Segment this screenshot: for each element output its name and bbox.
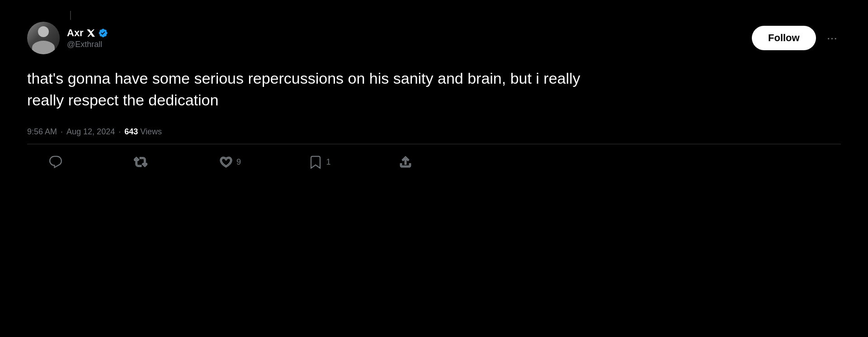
bookmark-button[interactable]: 1 [305, 152, 334, 172]
follow-button[interactable]: Follow [752, 26, 816, 50]
heart-icon [219, 155, 233, 169]
like-count: 9 [236, 157, 241, 167]
retweet-button[interactable] [130, 152, 155, 172]
bookmark-icon [309, 155, 322, 169]
retweet-icon [134, 155, 147, 169]
avatar-wrapper[interactable] [27, 22, 60, 54]
user-handle[interactable]: @Exthrall [67, 40, 108, 49]
reply-button[interactable] [45, 152, 70, 172]
thread-line [70, 11, 71, 20]
share-button[interactable] [395, 152, 416, 172]
verified-badge-icon [98, 28, 108, 38]
tweet-meta: 9:56 AM · Aug 12, 2024 · 643 Views [27, 120, 841, 144]
tweet-header-left: Axr @Exthrall [27, 22, 108, 54]
twitter-bird-icon [86, 28, 95, 38]
tweet-header: Axr @Exthrall [27, 22, 841, 54]
like-button[interactable]: 9 [216, 152, 245, 172]
reply-icon [49, 155, 62, 169]
user-display-name[interactable]: Axr [67, 27, 84, 39]
tweet-timestamp: 9:56 AM [27, 127, 57, 137]
user-info: Axr @Exthrall [67, 27, 108, 49]
tweet-text: that's gonna have some serious repercuss… [27, 68, 615, 111]
user-name-row: Axr [67, 27, 108, 39]
header-right: Follow ··· [752, 26, 841, 50]
tweet-body: that's gonna have some serious repercuss… [27, 63, 841, 120]
tweet-views-count: 643 [124, 127, 138, 136]
tweet-views-text: Views [140, 127, 162, 136]
more-dots-icon: ··· [827, 31, 837, 45]
avatar[interactable] [27, 22, 60, 54]
dot-separator-2: · [118, 127, 121, 137]
more-options-button[interactable]: ··· [823, 29, 841, 47]
tweet-views: 643 Views [124, 127, 162, 137]
tweet-actions: 9 1 [27, 144, 434, 180]
tweet-date: Aug 12, 2024 [66, 127, 115, 137]
tweet-container: Axr @Exthrall [0, 0, 868, 337]
avatar-image [27, 22, 60, 54]
share-icon [399, 155, 412, 169]
dot-separator-1: · [61, 127, 63, 137]
bookmark-count: 1 [326, 157, 330, 167]
